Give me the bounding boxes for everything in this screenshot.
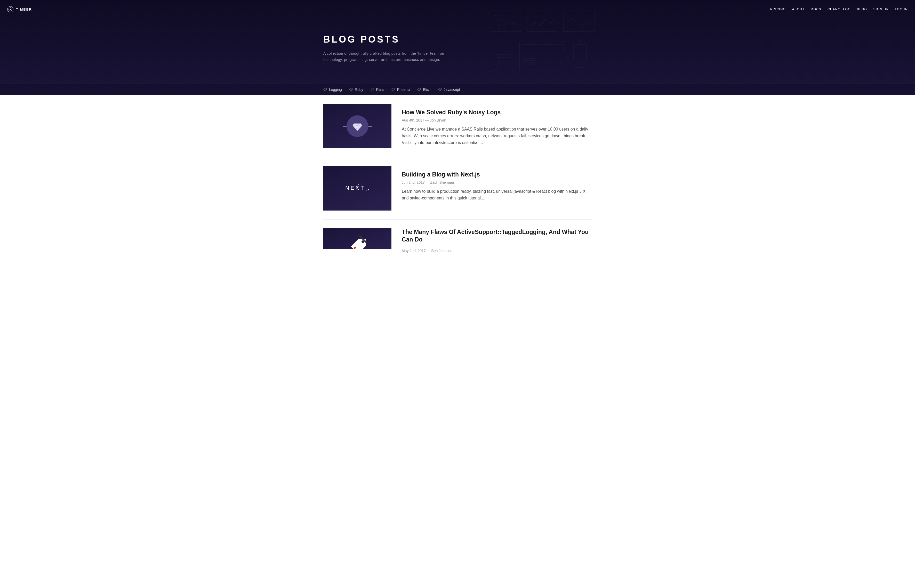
tag-elixir[interactable]: Elixir	[417, 87, 431, 92]
post-item: NEXT.JS Building a Blog with Next.js Jun…	[323, 157, 592, 220]
tag-label: Javascript	[444, 87, 460, 92]
timber-logo-icon	[7, 6, 13, 12]
tag-icon	[323, 88, 327, 91]
svg-rect-21	[574, 44, 587, 60]
svg-point-3	[498, 19, 505, 26]
tags-bar: Logging Ruby Rails Phoenix Elixir Javasc…	[0, 84, 915, 95]
nav-link-docs[interactable]: DOCS	[811, 8, 821, 11]
svg-point-5	[514, 23, 515, 24]
post-meta: Aug 4th, 2017 — Jon Bryan	[402, 118, 592, 122]
hero: BLOG POSTS A collection of thoughtfully …	[318, 19, 597, 84]
svg-rect-20	[553, 60, 561, 65]
svg-marker-32	[353, 124, 362, 131]
svg-point-10	[545, 19, 546, 20]
post-meta: Jun 2nd, 2017 — Zach Sherman	[402, 180, 592, 184]
svg-point-8	[534, 22, 535, 23]
nav-links: PRICING ABOUT DOCS CHANGELOG BLOG SIGN U…	[770, 8, 908, 11]
tag-rails[interactable]: Rails	[370, 87, 384, 92]
post-title[interactable]: Building a Blog with Next.js	[402, 171, 592, 179]
post-excerpt: At Concierge Live we manage a SAAS Rails…	[402, 126, 592, 146]
post-meta: May 2nd, 2017 — Ben Johnson	[402, 249, 592, 253]
post-thumbnail[interactable]: NEXT.JS	[323, 166, 391, 210]
tag-icon	[417, 88, 421, 91]
tag-icon	[370, 88, 374, 91]
svg-point-28	[583, 69, 585, 71]
post-list: How We Solved Ruby's Noisy Logs Aug 4th,…	[318, 95, 597, 265]
tag-javascript[interactable]: Javascript	[438, 87, 460, 92]
nav-link-blog[interactable]: BLOG	[857, 8, 867, 11]
svg-point-9	[540, 24, 541, 26]
nav-link-about[interactable]: ABOUT	[792, 8, 805, 11]
logo[interactable]: TIMBER	[7, 6, 32, 12]
tag-label: Ruby	[355, 87, 363, 92]
nav-link-changelog[interactable]: CHANGELOG	[828, 8, 851, 11]
tag-label: Phoenix	[397, 87, 410, 92]
post-thumbnail[interactable]	[323, 104, 391, 149]
tag-icon	[391, 88, 395, 91]
ruby-gem-icon	[352, 121, 363, 132]
page-title: BLOG POSTS	[323, 34, 592, 45]
nav-link-pricing[interactable]: PRICING	[770, 8, 786, 11]
post-item: How We Solved Ruby's Noisy Logs Aug 4th,…	[323, 95, 592, 157]
svg-rect-12	[519, 42, 566, 70]
post-excerpt: Learn how to build a production ready, b…	[402, 188, 592, 201]
tag-label: Logging	[329, 87, 342, 92]
svg-rect-13	[522, 44, 563, 52]
post-item: The Many Flaws Of ActiveSupport::TaggedL…	[323, 220, 592, 265]
post-title[interactable]: The Many Flaws Of ActiveSupport::TaggedL…	[402, 228, 592, 244]
tag-phoenix[interactable]: Phoenix	[391, 87, 410, 92]
tag-icon	[349, 88, 353, 91]
svg-point-27	[575, 69, 577, 71]
tag-logging[interactable]: Logging	[323, 87, 342, 92]
nav-bar: TIMBER PRICING ABOUT DOCS CHANGELOG BLOG…	[0, 0, 915, 19]
tag-label: Elixir	[423, 87, 431, 92]
tag-icon	[438, 88, 442, 91]
nav-link-signup[interactable]: SIGN UP	[873, 8, 889, 11]
nextjs-logo-icon: NEXT.JS	[345, 185, 369, 191]
brand-text: TIMBER	[16, 8, 32, 11]
header: TIMBER PRICING ABOUT DOCS CHANGELOG BLOG…	[0, 0, 915, 95]
tag-label: Rails	[376, 87, 384, 92]
tag-ruby[interactable]: Ruby	[349, 87, 363, 92]
post-thumbnail[interactable]	[323, 228, 391, 249]
nav-link-login[interactable]: LOG IN	[895, 8, 908, 11]
price-tag-icon	[346, 234, 369, 257]
page-subtitle: A collection of thoughtfully crafted blo…	[323, 50, 447, 63]
post-title[interactable]: How We Solved Ruby's Noisy Logs	[402, 108, 592, 116]
